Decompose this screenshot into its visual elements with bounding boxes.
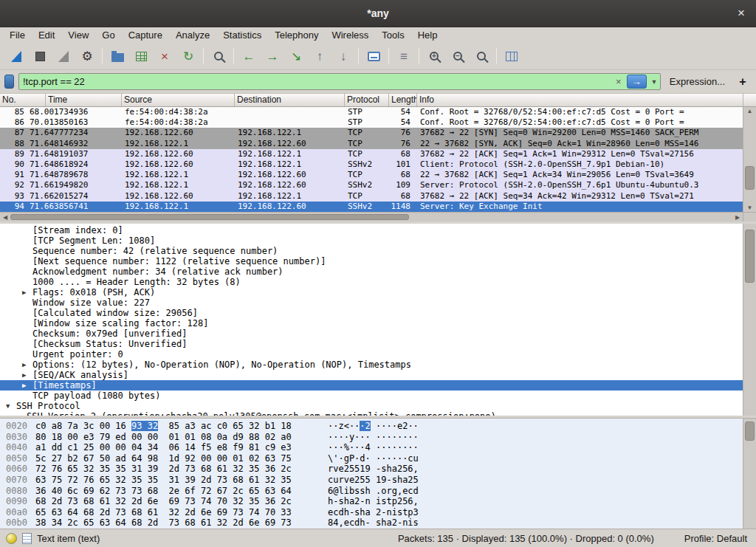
scrollbar-thumb[interactable] xyxy=(745,230,755,283)
reload-file-button[interactable]: ↻ xyxy=(176,45,200,67)
hex-row[interactable]: 008036 40 6c 69 62 73 73 68 2e 6f 72 67 … xyxy=(0,486,743,497)
hex-row[interactable]: 00505c 27 b2 67 50 ad 64 98 1d 92 00 00 … xyxy=(0,453,743,464)
filter-history-dropdown-icon[interactable]: ▼ xyxy=(648,78,660,86)
detail-line[interactable]: 1000 .... = Header Length: 32 bytes (8) xyxy=(0,277,743,287)
menu-go[interactable]: Go xyxy=(95,28,121,42)
stop-capture-button[interactable] xyxy=(28,45,52,67)
hex-bytes[interactable]: 65 63 64 68 2d 73 68 61 32 2d 6e 69 73 7… xyxy=(35,507,328,518)
expand-arrow-icon[interactable]: ▶ xyxy=(22,361,26,368)
column-header-info[interactable]: Info xyxy=(417,94,743,106)
menu-help[interactable]: Help xyxy=(411,28,444,42)
start-capture-button[interactable] xyxy=(4,45,28,67)
column-header-length[interactable]: Length xyxy=(389,94,417,106)
detail-line[interactable]: [Stream index: 0] xyxy=(0,225,743,235)
auto-scroll-button[interactable] xyxy=(362,45,385,67)
filter-apply-button[interactable]: → xyxy=(627,75,647,89)
menu-statistics[interactable]: Statistics xyxy=(216,28,268,42)
hex-ascii[interactable]: 6@libssh .org,ecd xyxy=(328,486,419,496)
packet-row[interactable]: 8771.647777234192.168.122.60192.168.122.… xyxy=(0,128,743,138)
zoom-original-button[interactable] xyxy=(470,45,493,67)
go-back-button[interactable]: ← xyxy=(237,45,261,67)
filter-bookmark-icon[interactable] xyxy=(4,75,14,89)
scroll-right-arrow-icon[interactable]: ▶ xyxy=(732,214,743,221)
packet-row[interactable]: 9171.648789678192.168.122.1192.168.122.6… xyxy=(0,170,743,180)
detail-line[interactable]: Checksum: 0x79ed [unverified] xyxy=(0,328,743,339)
hex-row[interactable]: 0040a1 dd c1 25 00 00 04 34 06 14 f5 e8 … xyxy=(0,442,743,453)
expand-arrow-icon[interactable]: ▶ xyxy=(22,289,26,296)
detail-line[interactable]: [Next sequence number: 1122 (relative se… xyxy=(0,256,743,266)
hex-bytes[interactable]: 68 2d 73 68 61 32 2d 6e 69 73 74 70 32 3… xyxy=(35,496,328,507)
expand-arrow-icon[interactable]: ▶ xyxy=(22,382,26,389)
menu-capture[interactable]: Capture xyxy=(122,28,169,42)
detail-line[interactable]: Sequence number: 42 (relative sequence n… xyxy=(0,246,743,256)
collapse-arrow-icon[interactable]: ▼ xyxy=(6,402,10,410)
detail-line[interactable]: Window size value: 227 xyxy=(0,297,743,308)
find-packet-button[interactable] xyxy=(207,45,230,67)
capture-comment-icon[interactable] xyxy=(22,533,32,544)
detail-line[interactable]: Acknowledgment number: 34 (relative ack … xyxy=(0,266,743,277)
bytes-vertical-scrollbar[interactable] xyxy=(743,419,756,529)
menu-file[interactable]: File xyxy=(3,28,32,42)
menu-wireless[interactable]: Wireless xyxy=(325,28,375,42)
hex-row[interactable]: 00a065 63 64 68 2d 73 68 61 32 2d 6e 69 … xyxy=(0,507,743,518)
hex-ascii[interactable]: curve255 19-sha25 xyxy=(328,475,419,485)
detail-line[interactable]: Urgent pointer: 0 xyxy=(0,349,743,359)
hex-bytes[interactable]: 38 34 2c 65 63 64 68 2d 73 68 61 32 2d 6… xyxy=(35,517,328,529)
hex-row[interactable]: 0020c0 a8 7a 3c 00 16 93 32 85 a3 ac c0 … xyxy=(0,421,743,432)
filter-clear-icon[interactable]: × xyxy=(612,76,625,87)
hex-ascii[interactable]: ··z<···2 ····e2·· xyxy=(328,421,419,431)
expression-button[interactable]: Expression... xyxy=(665,76,729,87)
packet-list-horizontal-scrollbar[interactable]: ◀ ▶ xyxy=(0,212,756,221)
detail-line[interactable]: [TCP Segment Len: 1080] xyxy=(0,235,743,246)
hex-ascii[interactable]: rve25519 -sha256, xyxy=(328,464,419,474)
packet-row[interactable]: 8971.648191037192.168.122.60192.168.122.… xyxy=(0,149,743,159)
hex-row[interactable]: 003080 18 00 e3 79 ed 00 00 01 01 08 0a … xyxy=(0,432,743,443)
resize-columns-button[interactable] xyxy=(500,45,523,67)
hex-ascii[interactable]: h-sha2-n istp256, xyxy=(328,496,419,506)
hex-row[interactable]: 006072 76 65 32 35 35 31 39 2d 73 68 61 … xyxy=(0,464,743,475)
hex-bytes[interactable]: 5c 27 b2 67 50 ad 64 98 1d 92 00 00 01 0… xyxy=(35,453,328,464)
hex-bytes[interactable]: 36 40 6c 69 62 73 73 68 2e 6f 72 67 2c 6… xyxy=(35,486,328,497)
expand-arrow-icon[interactable]: ▶ xyxy=(22,371,26,379)
menu-view[interactable]: View xyxy=(61,28,95,42)
hex-row[interactable]: 00b038 34 2c 65 63 64 68 2d 73 68 61 32 … xyxy=(0,517,743,529)
add-filter-button[interactable]: + xyxy=(734,75,752,89)
details-vertical-scrollbar[interactable] xyxy=(743,224,756,416)
scrollbar-thumb[interactable] xyxy=(745,422,755,441)
filter-input[interactable] xyxy=(23,76,612,87)
packet-row[interactable]: 9271.661949820192.168.122.1192.168.122.6… xyxy=(0,180,743,190)
save-file-button[interactable] xyxy=(129,45,153,67)
go-to-packet-button[interactable]: ↘ xyxy=(284,45,308,67)
packet-row[interactable]: 8871.648146932192.168.122.1192.168.122.6… xyxy=(0,139,743,149)
scroll-up-arrow-icon[interactable]: ▲ xyxy=(743,108,756,114)
column-header-destination[interactable]: Destination xyxy=(235,94,345,106)
expert-info-icon[interactable] xyxy=(6,533,17,544)
detail-line[interactable]: SSH Version 2 (encryption:chacha20-poly1… xyxy=(0,411,743,416)
hex-ascii[interactable]: ecdh-sha 2-nistp3 xyxy=(328,507,419,517)
capture-options-button[interactable]: ⚙ xyxy=(75,45,99,67)
hex-bytes[interactable]: 72 76 65 32 35 35 31 39 2d 73 68 61 32 3… xyxy=(35,464,328,475)
go-first-button[interactable]: ↑ xyxy=(308,45,331,67)
column-header-time[interactable]: Time xyxy=(46,94,122,106)
close-file-button[interactable]: × xyxy=(153,45,176,67)
column-header-no[interactable]: No. xyxy=(0,94,46,106)
packet-row[interactable]: 8568.001734936fe:54:00:d4:38:2aSTP54Conf… xyxy=(0,107,743,117)
colorize-button[interactable]: ≡ xyxy=(392,45,416,67)
hex-ascii[interactable]: ···%···4 ········ xyxy=(328,442,419,453)
status-profile[interactable]: Profile: Default xyxy=(684,533,747,544)
hex-ascii[interactable]: ····y··· ········ xyxy=(328,432,419,442)
detail-line[interactable]: ▶Options: (12 bytes), No-Operation (NOP)… xyxy=(0,359,743,370)
zoom-out-button[interactable] xyxy=(446,45,470,67)
hex-bytes[interactable]: 63 75 72 76 65 32 35 35 31 39 2d 73 68 6… xyxy=(35,475,328,486)
packet-row[interactable]: 9071.648618924192.168.122.60192.168.122.… xyxy=(0,159,743,170)
detail-line[interactable]: [Window size scaling factor: 128] xyxy=(0,318,743,328)
detail-line[interactable]: TCP payload (1080 bytes) xyxy=(0,391,743,401)
menu-telephony[interactable]: Telephony xyxy=(268,28,325,42)
detail-line[interactable]: [Calculated window size: 29056] xyxy=(0,308,743,318)
detail-line[interactable]: ▶[SEQ/ACK analysis] xyxy=(0,370,743,380)
column-header-source[interactable]: Source xyxy=(122,94,235,106)
detail-line[interactable]: [Checksum Status: Unverified] xyxy=(0,339,743,349)
column-header-protocol[interactable]: Protocol xyxy=(345,94,389,106)
open-file-button[interactable] xyxy=(106,45,129,67)
restart-capture-button[interactable] xyxy=(52,45,75,67)
